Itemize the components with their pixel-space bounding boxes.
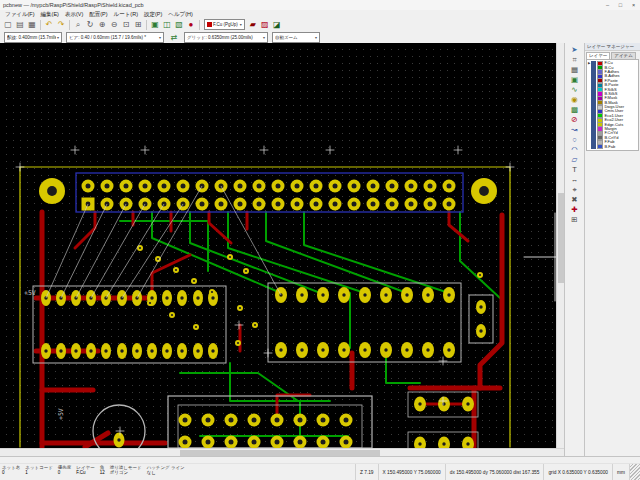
route-track-icon[interactable]: ∿	[568, 85, 581, 95]
chevron-down-icon: ▾	[315, 35, 317, 40]
status-field: ハッチング ラインなし	[147, 465, 185, 475]
via-size-select[interactable]: ビア: 0.40 / 0.60mm (15.7 / 19.6mils) * ▾	[66, 32, 164, 43]
via-size-value: ビア: 0.40 / 0.60mm (15.7 / 19.6mils) *	[69, 35, 158, 40]
update-pcb-icon[interactable]: ▰	[247, 19, 258, 30]
auto-track-width-icon[interactable]: ⇄	[168, 32, 180, 43]
menu-view[interactable]: 表示(V)	[62, 10, 86, 18]
grid-value: グリッド: 0.6350mm (25.00mils)	[187, 35, 262, 40]
add-via-icon[interactable]: ◉	[568, 95, 581, 105]
toolbar-separator	[199, 20, 200, 30]
find-icon[interactable]: ⌕	[73, 19, 84, 30]
add-footprint-icon[interactable]: ▣	[568, 75, 581, 85]
zoom-fit-icon[interactable]: ⊡	[121, 19, 132, 30]
active-layer-swatch	[207, 22, 212, 27]
undo-icon[interactable]: ↶	[44, 19, 55, 30]
layer-name: B.Fab	[604, 145, 615, 149]
svg-text:+5V: +5V	[57, 408, 65, 420]
add-target-icon[interactable]: ⌖	[568, 185, 581, 195]
menu-help[interactable]: ヘルプ(H)	[165, 10, 196, 18]
track-mode-icon[interactable]: ◫	[162, 19, 173, 30]
pcb-drawing: +5V+5V	[0, 43, 556, 448]
grid-select[interactable]: グリッド: 0.6350mm (25.00mils) ▾	[184, 32, 268, 43]
zoom-level: Z 7.19	[355, 464, 378, 480]
new-board-icon[interactable]: ▢	[3, 19, 14, 30]
toolbar-separator	[40, 20, 41, 30]
toolbar-separator	[69, 20, 70, 30]
layer-color-swatch[interactable]	[597, 144, 604, 149]
panel-caption: レイヤー マネージャー	[585, 43, 640, 51]
right-toolbar: ➤⌗▦▣∿◉▩⊘↝○◠▱T↔⌖✖✚⊞	[564, 43, 584, 457]
chevron-down-icon: ▾	[240, 22, 242, 27]
menu-file[interactable]: ファイル(F)	[2, 10, 38, 18]
print-icon[interactable]: ▤	[15, 19, 26, 30]
menu-place[interactable]: 配置(P)	[86, 10, 110, 18]
redraw-icon[interactable]: ↻	[85, 19, 96, 30]
add-arc-icon[interactable]: ◠	[568, 145, 581, 155]
add-text-icon[interactable]: T	[568, 165, 581, 175]
track-width-value: 配線: 0.400mm (15.7mils) *	[7, 35, 56, 40]
menu-preferences[interactable]: 設定(P)	[141, 10, 165, 18]
maximize-button[interactable]: □	[614, 0, 627, 10]
add-keepout-icon[interactable]: ⊘	[568, 115, 581, 125]
status-field: 角12	[100, 465, 105, 475]
plot-icon[interactable]: ▦	[27, 19, 38, 30]
pcb-canvas[interactable]: +5V+5V	[0, 43, 556, 448]
chevron-down-icon: ▾	[263, 35, 265, 40]
tab-アイテム[interactable]: アイテム	[611, 52, 635, 59]
menu-route[interactable]: ルート(R)	[111, 10, 141, 18]
track-width-select[interactable]: 配線: 0.400mm (15.7mils) * ▾	[4, 32, 62, 43]
status-field: ネットコード1	[25, 465, 53, 475]
toolbar-separator	[146, 20, 147, 30]
layer-row[interactable]: B.Fab	[587, 144, 638, 148]
freeroute-icon[interactable]: ▨	[259, 19, 270, 30]
delete-tool-icon[interactable]: ✖	[568, 195, 581, 205]
add-dimension-icon[interactable]: ↔	[568, 175, 581, 185]
chevron-down-icon: ▾	[159, 35, 161, 40]
footprint-mode-icon[interactable]: ▣	[150, 19, 161, 30]
zoom-select[interactable]: 自動ズーム ▾	[272, 32, 320, 43]
minimize-button[interactable]: –	[601, 0, 614, 10]
add-zone-icon[interactable]: ▩	[568, 105, 581, 115]
chevron-down-icon: ▾	[57, 35, 59, 40]
drill-origin-icon[interactable]: ✚	[568, 205, 581, 215]
window-title: pcbnew — /mypcb/RaspPiShield/RaspPiShiel…	[3, 0, 144, 10]
cursor-position: X 150.495000 Y 75.060000	[378, 464, 445, 480]
zoom-value: 自動ズーム	[275, 35, 314, 40]
status-field: ネット名0	[2, 465, 20, 475]
redo-icon[interactable]: ↷	[56, 19, 67, 30]
footprint-viewer-icon[interactable]: ▧	[174, 19, 185, 30]
local-ratsnest-icon[interactable]: ▦	[568, 65, 581, 75]
grid-origin-icon[interactable]: ⊞	[568, 215, 581, 225]
layer-visible-checkbox[interactable]	[591, 144, 596, 149]
zoom-selection-icon[interactable]: ⊞	[133, 19, 144, 30]
menu-edit[interactable]: 編集(E)	[38, 10, 62, 18]
zoom-out-icon[interactable]: ⊖	[109, 19, 120, 30]
layer-list: ▶F.CuB.CuF.AdhesB.AdhesF.PasteB.PasteF.S…	[586, 59, 639, 151]
units: mm	[612, 464, 629, 480]
close-button[interactable]: ×	[627, 0, 640, 10]
layer-select-value: F.Cu (PgUp)	[213, 22, 238, 27]
zoom-in-icon[interactable]: ⊕	[97, 19, 108, 30]
layer-manager-panel: レイヤー マネージャー レイヤーアイテム ▶F.CuB.CuF.AdhesB.A…	[584, 43, 640, 457]
relative-position: dx 150.495000 dy 75.060000 dist 167.355	[445, 464, 544, 480]
statusbar: ネット名0ネットコード1優先度0レイヤーF.Cu角12塗り潰しモードポリゴンハッ…	[0, 456, 640, 480]
highlight-net-icon[interactable]: ⌗	[568, 55, 581, 65]
drc-icon[interactable]: ●	[186, 19, 197, 30]
svg-text:+5V: +5V	[24, 289, 36, 297]
main-toolbar: ▢▤▦↶↷⌕↻⊕⊖⊡⊞▣◫▧● F.Cu (PgUp) ▾ ▰▨◪	[0, 18, 640, 32]
layer-select[interactable]: F.Cu (PgUp) ▾	[204, 19, 245, 30]
layer-manager-tabs: レイヤーアイテム	[585, 51, 640, 59]
add-line-icon[interactable]: ↝	[568, 125, 581, 135]
grid-size: grid X 0.635000 Y 0.635000	[543, 464, 612, 480]
status-field: レイヤーF.Cu	[76, 465, 94, 475]
pcbnew-window: pcbnew — /mypcb/RaspPiShield/RaspPiShiel…	[0, 0, 640, 480]
resize-grip[interactable]	[629, 464, 640, 480]
python-console-icon[interactable]: ◪	[271, 19, 282, 30]
tab-レイヤー[interactable]: レイヤー	[586, 52, 610, 59]
select-tool-icon[interactable]: ➤	[568, 45, 581, 55]
status-field: 塗り潰しモードポリゴン	[110, 465, 142, 475]
add-circle-icon[interactable]: ○	[568, 135, 581, 145]
add-polygon-icon[interactable]: ▱	[568, 155, 581, 165]
status-field: 優先度0	[58, 465, 72, 475]
